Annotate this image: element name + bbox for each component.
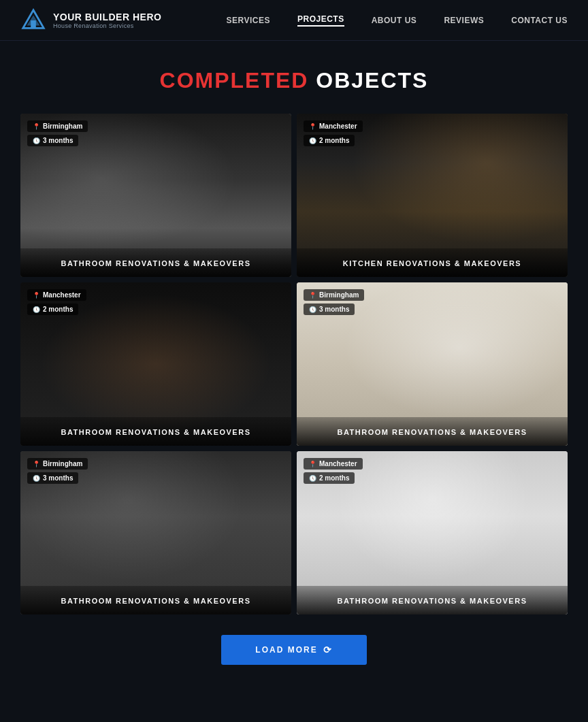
location-label-1: Birmingham (43, 122, 82, 130)
load-more-container: LOAD MORE ⟳ (20, 614, 568, 685)
card-inner-2: 📍 Manchester 🕔 2 months KITCHEN RENOVATI… (297, 114, 568, 277)
nav-services[interactable]: SERVICES (227, 16, 270, 25)
project-card-5[interactable]: 📍 Birmingham 🕔 3 months BATHROOM RENOVAT… (20, 451, 291, 614)
projects-grid: 📍 Birmingham 🕔 3 months BATHROOM RENOVAT… (20, 114, 568, 614)
time-label-3: 2 months (43, 306, 73, 313)
time-label-2: 2 months (319, 137, 349, 144)
card-tags-1: 📍 Birmingham 🕔 3 months (20, 114, 291, 153)
card-footer-6: BATHROOM RENOVATIONS & MAKEOVERS (297, 586, 568, 614)
logo-subtitle: House Renavation Services (53, 22, 161, 29)
pin-icon-5: 📍 (33, 461, 40, 467)
refresh-icon: ⟳ (323, 644, 333, 655)
logo-icon (20, 7, 46, 33)
clock-icon-5: 🕔 (33, 475, 40, 482)
time-tag-4: 🕔 3 months (304, 303, 355, 315)
location-label-6: Manchester (319, 460, 357, 467)
clock-icon-4: 🕔 (309, 306, 316, 313)
pin-icon-2: 📍 (309, 123, 316, 130)
card-footer-5: BATHROOM RENOVATIONS & MAKEOVERS (20, 586, 291, 614)
location-label-4: Birmingham (319, 291, 359, 299)
card-title-3: BATHROOM RENOVATIONS & MAKEOVERS (61, 428, 250, 436)
clock-icon-1: 🕔 (33, 137, 40, 144)
card-tags-5: 📍 Birmingham 🕔 3 months (20, 451, 291, 491)
logo[interactable]: YOUR BUILDER HERO House Renavation Servi… (20, 7, 161, 33)
time-tag-6: 🕔 2 months (304, 472, 355, 484)
svg-rect-2 (31, 20, 36, 28)
time-tag-3: 🕔 2 months (27, 303, 78, 315)
card-footer-3: BATHROOM RENOVATIONS & MAKEOVERS (20, 417, 291, 446)
nav-contact[interactable]: CONTACT US (511, 16, 568, 25)
clock-icon-2: 🕔 (309, 137, 316, 144)
title-highlight: COMPLETED (160, 68, 309, 93)
card-inner-4: 📍 Birmingham 🕔 3 months BATHROOM RENOVAT… (297, 282, 568, 446)
card-title-2: KITCHEN RENOVATIONS & MAKEOVERS (343, 259, 521, 267)
location-tag-6: 📍 Manchester (304, 458, 363, 470)
time-tag-1: 🕔 3 months (27, 135, 78, 146)
card-title-6: BATHROOM RENOVATIONS & MAKEOVERS (337, 597, 527, 605)
time-tag-2: 🕔 2 months (304, 135, 355, 146)
logo-text: YOUR BUILDER HERO House Renavation Servi… (53, 12, 161, 29)
time-label-4: 3 months (319, 306, 349, 313)
card-tags-2: 📍 Manchester 🕔 2 months (297, 114, 568, 153)
location-tag-2: 📍 Manchester (304, 120, 363, 132)
card-title-1: BATHROOM RENOVATIONS & MAKEOVERS (61, 259, 250, 267)
location-tag-1: 📍 Birmingham (27, 120, 88, 132)
location-label-5: Birmingham (43, 460, 82, 467)
location-label-2: Manchester (319, 122, 357, 130)
page-title: COMPLETED OBJECTS (20, 68, 568, 93)
card-inner-1: 📍 Birmingham 🕔 3 months BATHROOM RENOVAT… (20, 114, 291, 277)
site-header: YOUR BUILDER HERO House Renavation Servi… (0, 0, 588, 41)
location-label-3: Manchester (43, 291, 81, 299)
pin-icon-3: 📍 (33, 292, 40, 299)
load-more-label: LOAD MORE (255, 645, 317, 655)
clock-icon-3: 🕔 (33, 306, 40, 313)
main-content: COMPLETED OBJECTS 📍 Birmingham 🕔 3 month… (0, 41, 588, 722)
nav-reviews[interactable]: REVIEWS (444, 16, 484, 25)
card-inner-6: 📍 Manchester 🕔 2 months BATHROOM RENOVAT… (297, 451, 568, 614)
nav-about[interactable]: ABOUT US (372, 16, 417, 25)
title-normal: OBJECTS (308, 68, 428, 93)
card-title-4: BATHROOM RENOVATIONS & MAKEOVERS (337, 428, 527, 436)
card-inner-3: 📍 Manchester 🕔 2 months BATHROOM RENOVAT… (20, 282, 291, 446)
pin-icon-1: 📍 (33, 123, 40, 130)
card-tags-4: 📍 Birmingham 🕔 3 months (297, 282, 568, 322)
time-tag-5: 🕔 3 months (27, 472, 78, 484)
load-more-button[interactable]: LOAD MORE ⟳ (221, 635, 366, 665)
project-card-3[interactable]: 📍 Manchester 🕔 2 months BATHROOM RENOVAT… (20, 282, 291, 446)
project-card-6[interactable]: 📍 Manchester 🕔 2 months BATHROOM RENOVAT… (297, 451, 568, 614)
location-tag-5: 📍 Birmingham (27, 458, 88, 470)
time-label-6: 2 months (319, 474, 349, 482)
time-label-1: 3 months (43, 137, 73, 144)
card-inner-5: 📍 Birmingham 🕔 3 months BATHROOM RENOVAT… (20, 451, 291, 614)
card-footer-1: BATHROOM RENOVATIONS & MAKEOVERS (20, 248, 291, 277)
time-label-5: 3 months (43, 474, 73, 482)
logo-title: YOUR BUILDER HERO (53, 12, 161, 22)
project-card-1[interactable]: 📍 Birmingham 🕔 3 months BATHROOM RENOVAT… (20, 114, 291, 277)
card-footer-4: BATHROOM RENOVATIONS & MAKEOVERS (297, 417, 568, 446)
card-tags-6: 📍 Manchester 🕔 2 months (297, 451, 568, 491)
project-card-4[interactable]: 📍 Birmingham 🕔 3 months BATHROOM RENOVAT… (297, 282, 568, 446)
location-tag-4: 📍 Birmingham (304, 289, 364, 301)
project-card-2[interactable]: 📍 Manchester 🕔 2 months KITCHEN RENOVATI… (297, 114, 568, 277)
card-title-5: BATHROOM RENOVATIONS & MAKEOVERS (61, 597, 250, 605)
nav-projects[interactable]: PROJECTS (297, 14, 344, 27)
location-tag-3: 📍 Manchester (27, 289, 86, 301)
card-tags-3: 📍 Manchester 🕔 2 months (20, 282, 291, 322)
footer-spacer (20, 685, 568, 722)
pin-icon-4: 📍 (309, 292, 316, 299)
card-footer-2: KITCHEN RENOVATIONS & MAKEOVERS (297, 248, 568, 277)
main-nav: SERVICES PROJECTS ABOUT US REVIEWS CONTA… (227, 14, 568, 27)
pin-icon-6: 📍 (309, 461, 316, 467)
clock-icon-6: 🕔 (309, 475, 316, 482)
